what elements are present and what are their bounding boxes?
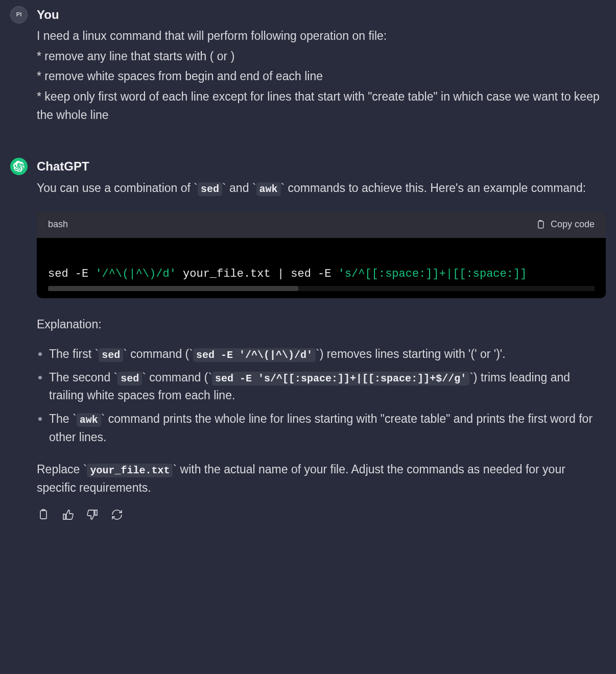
openai-icon: [13, 161, 25, 172]
text: The first: [49, 347, 94, 360]
svg-rect-1: [40, 511, 46, 519]
assistant-content: ChatGPT You can use a combination of `se…: [37, 157, 606, 521]
inline-code: sed: [198, 182, 222, 196]
inline-code: sed -E '/^\(|^\)/d': [193, 348, 316, 362]
code-seg-string: '/^\(|^\)/d': [95, 268, 176, 280]
regenerate-icon: [111, 509, 123, 521]
horizontal-scrollbar[interactable]: [48, 286, 595, 291]
code-block: bash Copy code sed -E '/^\(|^\)/d' your_…: [37, 211, 606, 298]
text: and: [226, 181, 252, 195]
text: The second: [49, 371, 114, 384]
scrollbar-thumb[interactable]: [48, 286, 298, 291]
regenerate-button[interactable]: [110, 508, 124, 521]
thumbs-up-button[interactable]: [61, 508, 75, 521]
user-message: PI You I need a linux command that will …: [10, 5, 606, 126]
list-item: The first `sed` command (`sed -E '/^\(|^…: [49, 345, 606, 364]
code-seg: your_file.txt | sed -E: [176, 268, 338, 280]
text: commands to achieve this. Here's an exam…: [285, 181, 586, 195]
code-seg: sed -E: [48, 268, 95, 280]
message-actions: [37, 508, 606, 521]
inline-code: awk: [77, 413, 101, 427]
user-sender-label: You: [37, 5, 606, 24]
list-item: The second `sed` command (`sed -E 's/^[[…: [49, 369, 606, 405]
inline-code: sed: [117, 372, 142, 386]
assistant-avatar: [10, 158, 28, 175]
text: command (: [127, 347, 189, 360]
text: command prints the whole line for lines …: [49, 412, 593, 444]
thumbs-down-icon: [86, 509, 99, 521]
user-avatar: PI: [10, 6, 28, 23]
user-line: I need a linux command that will perform…: [37, 27, 606, 45]
clipboard-icon: [535, 220, 546, 230]
copy-code-button[interactable]: Copy code: [535, 218, 595, 232]
svg-rect-0: [538, 221, 543, 228]
copy-code-label: Copy code: [551, 218, 595, 232]
user-body: I need a linux command that will perform…: [37, 27, 606, 124]
code-seg-string: 's/^[[:space:]]+|[[:space:]]: [338, 268, 527, 280]
explanation-list: The first `sed` command (`sed -E '/^\(|^…: [37, 345, 606, 446]
code-lang-label: bash: [48, 218, 68, 232]
inline-code: your_file.txt: [87, 464, 173, 477]
code-body[interactable]: sed -E '/^\(|^\)/d' your_file.txt | sed …: [37, 238, 606, 298]
user-content: You I need a linux command that will per…: [37, 5, 606, 126]
text: ) removes lines starting with '(' or ')'…: [320, 347, 506, 360]
inline-code: sed: [99, 348, 123, 362]
user-line: * keep only first word of each line exce…: [37, 88, 606, 124]
clipboard-icon: [37, 509, 50, 521]
assistant-body: You can use a combination of `sed` and `…: [37, 179, 606, 522]
code-header: bash Copy code: [37, 211, 606, 238]
inline-code: awk: [256, 182, 281, 196]
text: Replace: [37, 463, 83, 476]
list-item: The `awk` command prints the whole line …: [49, 410, 606, 446]
thumbs-down-button[interactable]: [86, 508, 99, 521]
copy-button[interactable]: [37, 508, 50, 521]
inline-code: sed -E 's/^[[:space:]]+|[[:space:]]+$//g…: [212, 372, 469, 386]
assistant-outro: Replace `your_file.txt` with the actual …: [37, 461, 606, 497]
user-line: * remove any line that starts with ( or …: [37, 47, 606, 66]
text: The: [49, 412, 73, 425]
assistant-sender-label: ChatGPT: [37, 157, 606, 176]
explanation-heading: Explanation:: [37, 316, 606, 334]
text: You can use a combination of: [37, 181, 194, 195]
text: command (: [146, 371, 208, 384]
thumbs-up-icon: [62, 509, 74, 521]
assistant-intro: You can use a combination of `sed` and `…: [37, 179, 606, 198]
user-line: * remove white spaces from begin and end…: [37, 67, 606, 86]
assistant-message: ChatGPT You can use a combination of `se…: [10, 157, 606, 521]
